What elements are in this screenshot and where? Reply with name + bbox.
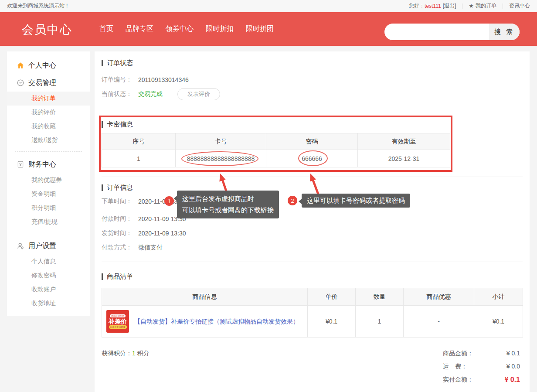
- greeting-prefix: 您好：: [409, 2, 425, 10]
- sidebar-item-my-favorites[interactable]: 我的收藏: [7, 119, 90, 133]
- product-list-title: 商品清单: [102, 273, 133, 281]
- topbar-divider: [503, 3, 503, 9]
- sidebar-item-change-password[interactable]: 修改密码: [7, 269, 90, 283]
- sidebar-item-my-orders[interactable]: 我的订单: [7, 92, 90, 106]
- search-bar: 搜 索: [384, 24, 520, 40]
- prod-col-subtotal: 小计: [474, 288, 523, 306]
- card-info-table: 序号 卡号 密码 有效期至 1 88888888888888888888 666…: [102, 133, 450, 167]
- sidebar-item-refunds[interactable]: 退款/退货: [7, 133, 90, 147]
- order-time-row: 下单时间： 2020-11-09 13:30: [102, 198, 186, 205]
- product-image[interactable]: 测试自动发货 补差价 补差价专拍链接: [106, 310, 129, 333]
- home-icon: [17, 61, 24, 69]
- logout-link[interactable]: [退出]: [443, 2, 456, 10]
- prod-col-info: 商品信息: [102, 288, 308, 306]
- order-number-value: 201109133014346: [138, 76, 189, 83]
- order-number-row: 订单编号： 201109133014346: [102, 76, 189, 84]
- site-logo[interactable]: 会员中心: [22, 22, 72, 37]
- order-status-value: 交易完成: [138, 90, 163, 98]
- nav-coupon-center[interactable]: 领券中心: [166, 24, 194, 34]
- sidebar-divider: [15, 233, 82, 233]
- product-link[interactable]: 【自动发货】补差价专拍链接（测试虚拟物品自动发货效果）: [134, 317, 299, 326]
- product-qty: 1: [356, 306, 404, 337]
- member-center-page: 欢迎来到商城系统演示站！ 您好： test111 [退出] ★ 我的订单 资讯中…: [0, 0, 537, 392]
- sidebar-item-trade-management[interactable]: 交易管理: [7, 74, 90, 92]
- shipping-fee-row: 运 费： ¥ 0.0: [400, 363, 520, 371]
- sidebar-item-user-settings[interactable]: 用户设置: [7, 237, 90, 255]
- transaction-icon: [17, 79, 24, 87]
- prod-col-price: 单价: [308, 288, 356, 306]
- sidebar-divider: [15, 151, 82, 152]
- card-info-row: 1 88888888888888888888 666666 2025-12-31: [102, 150, 450, 167]
- product-discount: -: [404, 306, 474, 337]
- card-col-index: 序号: [102, 133, 176, 150]
- write-review-button[interactable]: 发表评价: [177, 88, 220, 100]
- search-button[interactable]: 搜 索: [489, 24, 520, 40]
- card-index: 1: [102, 150, 176, 167]
- user-settings-icon: [17, 242, 24, 250]
- card-password: 666666: [266, 150, 358, 167]
- product-table: 商品信息 单价 数量 商品优惠 小计 测试自动发货 补差价 补差价专拍链接 【自…: [102, 288, 523, 337]
- nav-home[interactable]: 首页: [99, 24, 113, 34]
- product-subtotal: ¥0.1: [474, 306, 523, 337]
- paid-amount-row: 实付金额： ¥ 0.1: [400, 376, 520, 384]
- news-link[interactable]: 资讯中心: [509, 2, 530, 10]
- order-status-title: 订单状态: [102, 59, 133, 67]
- sidebar-item-personal-info[interactable]: 个人信息: [7, 255, 90, 269]
- product-row: 测试自动发货 补差价 补差价专拍链接 【自动发货】补差价专拍链接（测试虚拟物品自…: [102, 306, 523, 337]
- ship-time-row: 发货时间： 2020-11-09 13:30: [102, 229, 186, 237]
- card-number: 88888888888888888888: [176, 150, 266, 167]
- sidebar-item-points-details[interactable]: 积分明细: [7, 201, 90, 215]
- sidebar-item-my-coupons[interactable]: 我的优惠券: [7, 173, 90, 187]
- sidebar-item-fund-details[interactable]: 资金明细: [7, 187, 90, 201]
- card-info-title: 卡密信息: [102, 120, 133, 129]
- product-price: ¥0.1: [308, 306, 356, 337]
- order-info-title: 订单信息: [102, 184, 133, 192]
- sidebar-item-finance-center[interactable]: 财务中心: [7, 156, 90, 173]
- nav-brand-zone[interactable]: 品牌专区: [126, 24, 153, 34]
- star-icon: ★: [469, 3, 474, 9]
- order-number-label: 订单编号：: [102, 76, 132, 84]
- search-input[interactable]: [384, 24, 489, 40]
- sidebar-item-shipping-address[interactable]: 收货地址: [7, 297, 90, 310]
- order-status-label: 当前状态：: [102, 90, 132, 98]
- pay-method-row: 付款方式： 微信支付: [102, 244, 163, 252]
- sidebar-item-my-reviews[interactable]: 我的评价: [7, 106, 90, 119]
- card-col-password: 密码: [266, 133, 358, 150]
- goods-amount-row: 商品金额： ¥ 0.1: [400, 350, 520, 358]
- username: test111: [425, 3, 441, 9]
- nav-group-buy[interactable]: 限时拼团: [246, 24, 274, 34]
- finance-icon: [17, 160, 24, 168]
- order-status-row: 当前状态： 交易完成 发表评价: [102, 88, 220, 100]
- sidebar-item-recharge-withdraw[interactable]: 充值/提现: [7, 215, 90, 229]
- main-nav: 首页 品牌专区 领券中心 限时折扣 限时拼团: [99, 24, 274, 34]
- welcome-text: 欢迎来到商城系统演示站！: [0, 2, 70, 10]
- card-expiry: 2025-12-31: [358, 150, 450, 167]
- main-header: 会员中心 首页 品牌专区 领券中心 限时折扣 限时拼团 搜 索: [0, 12, 537, 46]
- topbar-divider: [462, 3, 462, 9]
- section-divider: [102, 177, 523, 177]
- nav-flash-discount[interactable]: 限时折扣: [206, 24, 234, 34]
- my-orders-link[interactable]: 我的订单: [476, 2, 496, 10]
- paid-amount-value: ¥ 0.1: [475, 376, 520, 384]
- pay-time-row: 付款时间： 2020-11-09 13:30: [102, 215, 186, 223]
- card-col-number: 卡号: [176, 133, 266, 150]
- sidebar-item-payment-account[interactable]: 收款账户: [7, 283, 90, 297]
- points-earned: 获得积分：1 积分: [102, 350, 150, 358]
- sidebar-item-personal-center[interactable]: 个人中心: [7, 57, 90, 74]
- topbar: 欢迎来到商城系统演示站！ 您好： test111 [退出] ★ 我的订单 资讯中…: [0, 0, 537, 12]
- sidebar: 个人中心 交易管理 我的订单 我的评价 我的收藏 退款/退货 财务中心 我的优惠…: [7, 51, 90, 316]
- card-col-expiry: 有效期至: [358, 133, 450, 150]
- prod-col-discount: 商品优惠: [404, 288, 474, 306]
- main-content: 订单状态 订单编号： 201109133014346 当前状态： 交易完成 发表…: [95, 51, 530, 392]
- section-divider: [102, 262, 523, 262]
- prod-col-qty: 数量: [356, 288, 404, 306]
